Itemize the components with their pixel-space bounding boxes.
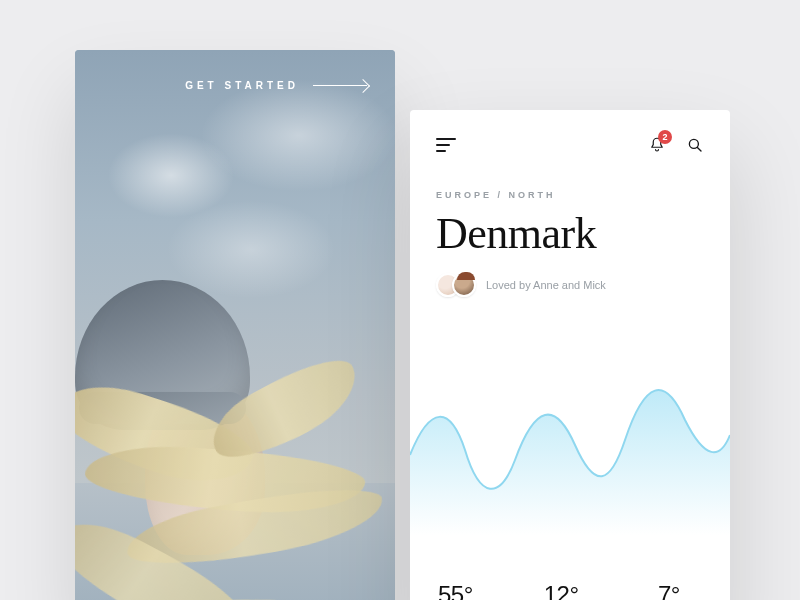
arrow-right-icon <box>313 85 367 86</box>
onboarding-screen: GET STARTED <box>75 50 395 600</box>
stat-latitude: 55° Latitude <box>438 581 474 600</box>
notifications-button[interactable]: 2 <box>648 136 666 154</box>
get-started-label: GET STARTED <box>185 80 299 91</box>
svg-line-1 <box>697 147 701 151</box>
menu-button[interactable] <box>436 138 456 152</box>
get-started-button[interactable]: GET STARTED <box>185 80 367 91</box>
loved-by-row: Loved by Anne and Mick <box>410 259 730 297</box>
app-showcase: GET STARTED 2 <box>0 0 800 600</box>
avatar[interactable] <box>452 273 476 297</box>
stat-value: 7° <box>658 581 702 600</box>
search-button[interactable] <box>686 136 704 154</box>
stat-value: 55° <box>438 581 474 600</box>
loved-by-text: Loved by Anne and Mick <box>486 279 606 291</box>
breadcrumb: EUROPE / NORTH <box>410 154 730 200</box>
stat-longitude: 12° Longitude <box>544 581 588 600</box>
stat-avg-temp: 7° Avg Temp <box>658 581 702 600</box>
destination-detail-screen: 2 EUROPE / NORTH Denmark Loved by Anne a… <box>410 110 730 600</box>
page-title: Denmark <box>410 200 730 259</box>
trend-wave <box>410 365 730 535</box>
geo-stats: 55° Latitude 12° Longitude 7° Avg Temp <box>410 581 730 600</box>
avatar-stack <box>436 273 476 297</box>
hero-horizon <box>75 483 395 600</box>
top-bar: 2 <box>410 110 730 154</box>
stat-value: 12° <box>544 581 588 600</box>
notifications-badge: 2 <box>658 130 672 144</box>
search-icon <box>686 136 704 154</box>
